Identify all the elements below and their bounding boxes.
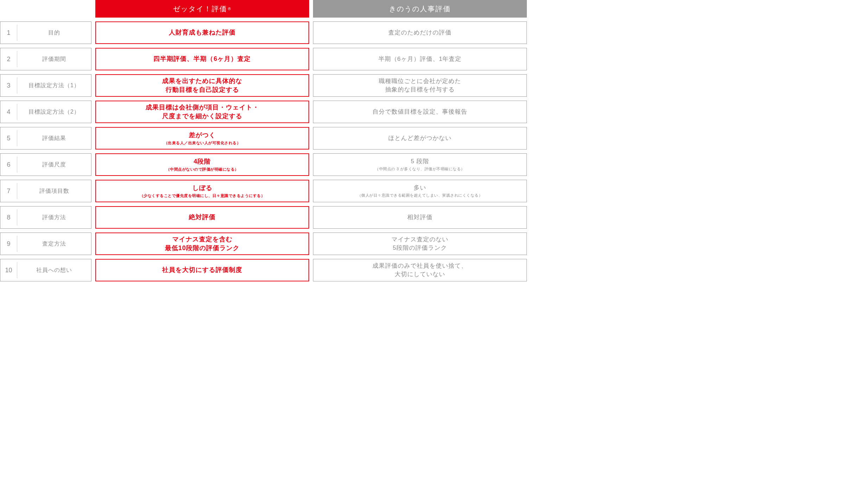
- row-label-text: 社員への想い: [17, 259, 91, 281]
- row-label: 10 社員への想い: [0, 259, 91, 281]
- header-red-text: ゼッタイ！評価: [173, 4, 227, 14]
- row-label: 7 評価項目数: [0, 180, 91, 202]
- gray-main: 5 段階: [411, 157, 429, 166]
- red-main: 成果目標は会社側が項目・ウェイト・尺度までを細かく設定する: [146, 103, 259, 121]
- row-num: 10: [0, 262, 17, 278]
- gray-sub: （中間点の 3 が多くなり、評価が不明確になる）: [375, 166, 465, 172]
- gray-sub: （個人が日々意識できる範囲を超えてしまい、実践されにくくなる）: [357, 193, 483, 198]
- red-cell: 人財育成も兼ねた評価: [95, 21, 309, 44]
- row-label: 9 査定方法: [0, 233, 91, 255]
- red-main: 四半期評価、半期（6ヶ月）査定: [153, 55, 251, 63]
- gray-cell: 半期（6ヶ月）評価、1年査定: [313, 48, 527, 70]
- red-main: 差がつく: [189, 131, 216, 140]
- header-gray: きのうの人事評価: [313, 0, 527, 18]
- row-label: 5 評価結果: [0, 127, 91, 150]
- gray-main: 職種職位ごとに会社が定めた抽象的な目標を付与する: [379, 77, 461, 94]
- red-cell: マイナス査定を含む最低10段階の評価ランク: [95, 233, 309, 255]
- row-num: 2: [0, 51, 17, 67]
- red-sub: （中間点がないので評価が明確になる）: [166, 167, 239, 172]
- header-gray-text: きのうの人事評価: [389, 4, 451, 14]
- gray-main: 多い: [414, 184, 426, 192]
- row-label-text: 目標設定方法（1）: [17, 75, 91, 96]
- gray-cell: ほとんど差がつかない: [313, 127, 527, 150]
- red-main: 社員を大切にする評価制度: [162, 266, 242, 274]
- red-cell: 成果目標は会社側が項目・ウェイト・尺度までを細かく設定する: [95, 101, 309, 123]
- red-cell: 4段階 （中間点がないので評価が明確になる）: [95, 153, 309, 176]
- row-label-text: 評価方法: [17, 206, 91, 228]
- row-label-text: 評価期間: [17, 48, 91, 70]
- red-cell: 社員を大切にする評価制度: [95, 259, 309, 281]
- red-cell: 絶対評価: [95, 206, 309, 229]
- row-num: 9: [0, 236, 17, 252]
- row-num: 3: [0, 77, 17, 94]
- header-spacer: [0, 0, 91, 18]
- red-main: マイナス査定を含む最低10段階の評価ランク: [165, 235, 240, 253]
- row-label-text: 評価結果: [17, 127, 91, 149]
- gray-cell: 5 段階 （中間点の 3 が多くなり、評価が不明確になる）: [313, 153, 527, 176]
- red-main: 絶対評価: [189, 213, 216, 222]
- row-num: 7: [0, 183, 17, 199]
- gray-main: 半期（6ヶ月）評価、1年査定: [378, 55, 462, 63]
- comparison-table: ゼッタイ！評価® きのうの人事評価 1 目的 人財育成も兼ねた評価 査定のためだ…: [0, 0, 532, 281]
- gray-cell: 成果評価のみで社員を使い捨て、大切にしていない: [313, 259, 527, 281]
- row-label-text: 評価尺度: [17, 154, 91, 176]
- red-main: 4段階: [193, 157, 211, 166]
- row-label: 4 目標設定方法（2）: [0, 101, 91, 123]
- red-cell: しぼる （少なくすることで優先度を明確にし、日々意識できるようにする）: [95, 180, 309, 202]
- row-num: 6: [0, 157, 17, 173]
- gray-cell: 相対評価: [313, 206, 527, 229]
- red-sub: （少なくすることで優先度を明確にし、日々意識できるようにする）: [140, 193, 265, 198]
- gray-main: マイナス査定のない5段階の評価ランク: [391, 235, 448, 252]
- gray-cell: 多い （個人が日々意識できる範囲を超えてしまい、実践されにくくなる）: [313, 180, 527, 202]
- row-label: 2 評価期間: [0, 48, 91, 70]
- row-label: 3 目標設定方法（1）: [0, 74, 91, 97]
- red-sub: （出来る人／出来ない人が可視化される）: [164, 140, 241, 146]
- gray-main: 相対評価: [407, 213, 433, 222]
- gray-cell: 職種職位ごとに会社が定めた抽象的な目標を付与する: [313, 74, 527, 97]
- red-main: しぼる: [192, 184, 212, 192]
- gray-cell: マイナス査定のない5段階の評価ランク: [313, 233, 527, 255]
- gray-main: ほとんど差がつかない: [388, 134, 452, 142]
- row-label: 6 評価尺度: [0, 153, 91, 176]
- red-cell: 差がつく （出来る人／出来ない人が可視化される）: [95, 127, 309, 150]
- row-label-text: 目的: [17, 22, 91, 44]
- gray-cell: 査定のためだけの評価: [313, 21, 527, 44]
- header-red-sup: ®: [228, 7, 231, 11]
- red-cell: 四半期評価、半期（6ヶ月）査定: [95, 48, 309, 70]
- row-label: 1 目的: [0, 21, 91, 44]
- header-red: ゼッタイ！評価®: [95, 0, 309, 18]
- row-label-text: 目標設定方法（2）: [17, 101, 91, 123]
- row-num: 5: [0, 130, 17, 146]
- gray-cell: 自分で数値目標を設定、事後報告: [313, 101, 527, 123]
- gray-main: 成果評価のみで社員を使い捨て、大切にしていない: [372, 262, 467, 279]
- red-main: 人財育成も兼ねた評価: [169, 28, 236, 37]
- red-cell: 成果を出すために具体的な行動目標を自己設定する: [95, 74, 309, 97]
- row-label: 8 評価方法: [0, 206, 91, 229]
- gray-main: 査定のためだけの評価: [388, 28, 452, 37]
- gray-main: 自分で数値目標を設定、事後報告: [372, 108, 467, 116]
- row-num: 4: [0, 104, 17, 120]
- row-label-text: 評価項目数: [17, 180, 91, 202]
- row-num: 1: [0, 25, 17, 41]
- row-label-text: 査定方法: [17, 233, 91, 255]
- row-num: 8: [0, 209, 17, 225]
- red-main: 成果を出すために具体的な行動目標を自己設定する: [162, 77, 242, 94]
